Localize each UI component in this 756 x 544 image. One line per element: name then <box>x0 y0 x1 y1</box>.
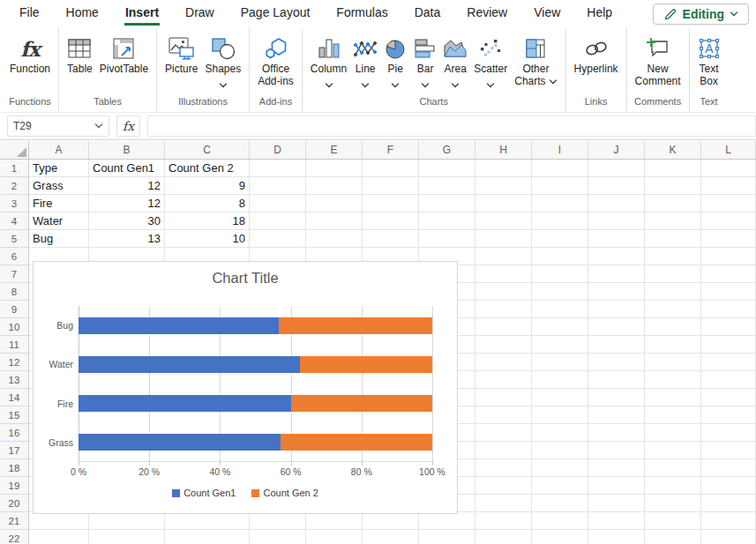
cell-H3[interactable] <box>475 195 532 212</box>
row-header-11[interactable]: 11 <box>0 336 29 354</box>
ribbon-button-picture[interactable]: Picture <box>161 33 201 77</box>
cell-E3[interactable] <box>306 195 363 212</box>
cell-L17[interactable] <box>701 442 756 459</box>
cell-D22[interactable] <box>250 530 306 544</box>
row-header-12[interactable]: 12 <box>0 354 29 371</box>
cell-F4[interactable] <box>363 212 419 230</box>
row-header-2[interactable]: 2 <box>0 177 29 195</box>
ribbon-button-other-charts[interactable]: Other Charts <box>511 33 560 90</box>
cell-K4[interactable] <box>645 212 701 230</box>
cell-H10[interactable] <box>475 318 532 336</box>
cell-K20[interactable] <box>645 495 701 512</box>
cell-H8[interactable] <box>475 283 532 301</box>
cell-I5[interactable] <box>532 230 588 248</box>
cell-A22[interactable] <box>29 530 89 544</box>
column-header-B[interactable]: B <box>89 141 165 160</box>
chevron-down-icon[interactable] <box>451 78 460 91</box>
cell-G22[interactable] <box>419 530 475 544</box>
cell-E22[interactable] <box>306 530 363 544</box>
column-header-D[interactable]: D <box>250 141 306 160</box>
cell-J11[interactable] <box>588 336 645 354</box>
cell-A4[interactable]: Water <box>29 212 89 230</box>
cell-E1[interactable] <box>306 160 363 177</box>
ribbon-button-column[interactable]: Column <box>307 33 350 93</box>
column-header-F[interactable]: F <box>363 141 419 160</box>
cell-K19[interactable] <box>645 477 701 495</box>
cell-K14[interactable] <box>645 389 701 406</box>
cell-C22[interactable] <box>165 530 250 544</box>
cell-H7[interactable] <box>475 265 532 283</box>
cell-K1[interactable] <box>645 160 701 177</box>
row-header-7[interactable]: 7 <box>0 265 29 283</box>
cell-D3[interactable] <box>250 195 306 212</box>
row-header-10[interactable]: 10 <box>0 318 29 336</box>
cell-K9[interactable] <box>645 301 701 318</box>
cell-G3[interactable] <box>419 195 475 212</box>
cell-J3[interactable] <box>588 195 645 212</box>
row-header-6[interactable]: 6 <box>0 248 29 265</box>
cell-I7[interactable] <box>532 265 588 283</box>
cell-K15[interactable] <box>645 406 701 424</box>
cell-J19[interactable] <box>588 477 645 495</box>
cell-L2[interactable] <box>701 177 756 195</box>
cell-F22[interactable] <box>363 530 419 544</box>
column-header-H[interactable]: H <box>475 141 532 160</box>
ribbon-button-scatter[interactable]: Scatter <box>470 33 511 93</box>
column-header-K[interactable]: K <box>645 141 701 160</box>
cell-I3[interactable] <box>532 195 588 212</box>
insert-function-button[interactable]: fx <box>116 116 140 137</box>
row-header-22[interactable]: 22 <box>0 530 29 544</box>
menu-tab-help[interactable]: Help <box>573 0 625 28</box>
cell-I8[interactable] <box>532 283 588 301</box>
cell-I22[interactable] <box>532 530 588 544</box>
cell-H22[interactable] <box>475 530 532 544</box>
cell-J22[interactable] <box>588 530 645 544</box>
chevron-down-icon[interactable] <box>391 78 400 91</box>
menu-tab-data[interactable]: Data <box>401 0 454 28</box>
cell-H1[interactable] <box>475 160 532 177</box>
cell-E21[interactable] <box>306 512 363 530</box>
cell-L9[interactable] <box>701 301 756 318</box>
chevron-down-icon[interactable] <box>361 78 370 91</box>
menu-tab-formulas[interactable]: Formulas <box>323 0 400 28</box>
cell-J20[interactable] <box>588 495 645 512</box>
ribbon-button-shapes[interactable]: Shapes <box>201 33 244 93</box>
cell-J15[interactable] <box>588 406 645 424</box>
cell-I10[interactable] <box>532 318 588 336</box>
cell-H17[interactable] <box>475 442 532 459</box>
cell-C1[interactable]: Count Gen 2 <box>165 160 250 177</box>
ribbon-button-office-add-ins[interactable]: Office Add-ins <box>254 33 297 90</box>
name-box[interactable]: T29 <box>7 116 109 137</box>
row-header-1[interactable]: 1 <box>0 160 29 177</box>
cell-F1[interactable] <box>363 160 419 177</box>
row-header-14[interactable]: 14 <box>0 389 29 406</box>
embedded-chart[interactable]: Chart Title Count Gen1Count Gen 2 0 %20 … <box>33 261 458 514</box>
menu-tab-view[interactable]: View <box>520 0 573 28</box>
ribbon-button-hyperlink[interactable]: Hyperlink <box>571 33 622 77</box>
cell-K17[interactable] <box>645 442 701 459</box>
row-header-13[interactable]: 13 <box>0 371 29 389</box>
cell-I18[interactable] <box>532 459 588 477</box>
cell-J7[interactable] <box>588 265 645 283</box>
cell-H16[interactable] <box>475 424 532 442</box>
cell-L14[interactable] <box>701 389 756 406</box>
cell-F3[interactable] <box>363 195 419 212</box>
cell-H12[interactable] <box>475 354 532 371</box>
cell-C2[interactable]: 9 <box>165 177 250 195</box>
cell-E4[interactable] <box>306 212 363 230</box>
cell-F2[interactable] <box>363 177 419 195</box>
cell-H20[interactable] <box>475 495 532 512</box>
cell-H18[interactable] <box>475 459 532 477</box>
cell-A21[interactable] <box>29 512 89 530</box>
cell-I14[interactable] <box>532 389 588 406</box>
ribbon-button-pivottable[interactable]: PivotTable <box>96 33 152 77</box>
select-all-corner[interactable] <box>0 141 29 160</box>
cell-J5[interactable] <box>588 230 645 248</box>
cell-B3[interactable]: 12 <box>89 195 165 212</box>
ribbon-button-function[interactable]: fxFunction <box>6 33 54 77</box>
row-header-9[interactable]: 9 <box>0 301 29 318</box>
cell-I20[interactable] <box>532 495 588 512</box>
row-header-19[interactable]: 19 <box>0 477 29 495</box>
cell-G2[interactable] <box>419 177 475 195</box>
chevron-down-icon[interactable] <box>486 78 495 91</box>
